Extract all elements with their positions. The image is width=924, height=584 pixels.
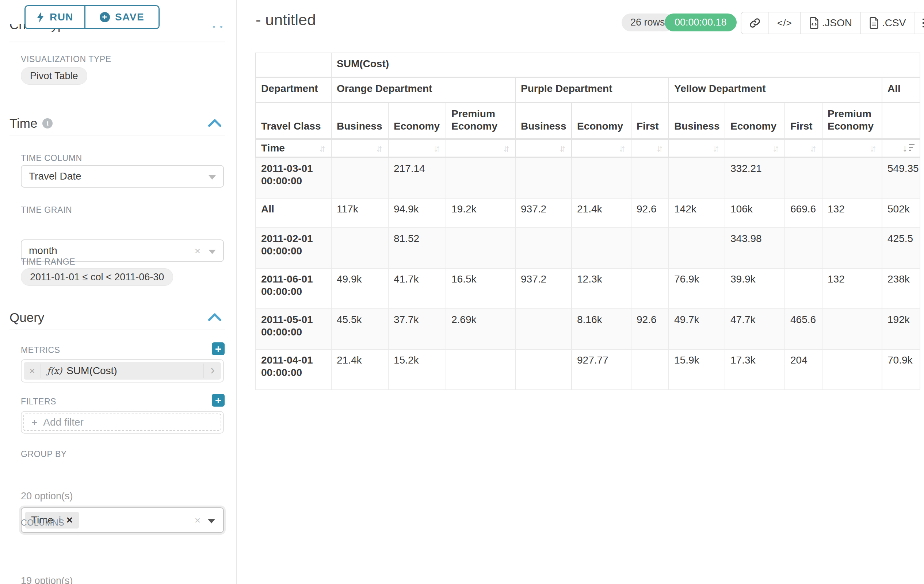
table-row: 2011-06-01 00:00:00 49.9k 41.7k 16.5k 93…: [256, 268, 920, 309]
pivot-table: SUM(Cost) Department Orange Department P…: [255, 53, 920, 390]
time-section-title: Time: [10, 116, 37, 131]
column-header: First: [785, 102, 822, 139]
collapse-chevron-icon[interactable]: [208, 119, 221, 127]
metric-chip[interactable]: × ƒ(x) SUM(Cost) ›: [24, 362, 221, 380]
cell: 204: [785, 349, 822, 390]
cell: 81.52: [388, 228, 446, 268]
time-column-select[interactable]: Travel Date: [21, 165, 224, 188]
run-save-button-group: RUN + SAVE: [25, 5, 160, 29]
remove-metric-icon[interactable]: ×: [24, 362, 41, 380]
cell: [572, 157, 631, 198]
time-axis-label: Time: [261, 142, 285, 155]
cell: [631, 268, 669, 309]
sort-cell: ↓↑: [631, 139, 669, 157]
cell: [631, 349, 669, 390]
cell: [631, 157, 669, 198]
cell: [669, 157, 725, 198]
cell: 19.2k: [446, 198, 515, 228]
sort-cell: ↓↑: [669, 139, 725, 157]
cell: [515, 228, 572, 268]
cell: [446, 157, 515, 198]
chart-type-collapse-chevron-tip: [220, 26, 223, 28]
column-header: First: [631, 102, 669, 139]
export-json-button[interactable]: .JSON: [800, 12, 860, 34]
sort-icon[interactable]: ↓↑: [503, 143, 510, 153]
run-button[interactable]: RUN: [26, 6, 86, 28]
columns-options-hint: 19 option(s): [21, 575, 73, 584]
export-csv-button[interactable]: .CSV: [860, 12, 914, 34]
cell: 549.35: [882, 157, 920, 198]
embed-code-button[interactable]: </>: [769, 12, 800, 34]
cell: 132: [822, 198, 882, 228]
add-filter-dropzone[interactable]: + Add filter: [23, 413, 221, 431]
copy-link-button[interactable]: [741, 12, 769, 34]
sort-row: Time ↓↑ ↓↑ ↓↑ ↓↑ ↓↑ ↓↑ ↓↑ ↓↑ ↓↑ ↓↑ ↓↑ ↓: [256, 139, 920, 157]
cell: 70.9k: [882, 349, 920, 390]
time-axis-cell: Time ↓↑: [256, 139, 331, 157]
cell: 12.3k: [572, 268, 631, 309]
sort-icon[interactable]: ↓↑: [319, 143, 326, 153]
sort-icon[interactable]: ↓↑: [870, 143, 876, 153]
chart-title[interactable]: - untitled: [256, 11, 316, 29]
cell: [515, 349, 572, 390]
sort-icon[interactable]: ↓↑: [434, 143, 441, 153]
row-label: 2011-03-01 00:00:00: [256, 157, 331, 198]
caret-down-icon[interactable]: [208, 519, 215, 523]
cell: 927.77: [572, 349, 631, 390]
cell: 92.6: [631, 198, 669, 228]
corner-cell: [256, 53, 331, 77]
file-code-icon: [809, 17, 819, 29]
cell: 94.9k: [388, 198, 446, 228]
caret-down-icon: [208, 250, 216, 254]
cell: [631, 228, 669, 268]
cell: 37.7k: [388, 309, 446, 349]
add-metric-button[interactable]: +: [212, 342, 224, 355]
save-button-label: SAVE: [115, 12, 144, 23]
chip-remove-icon[interactable]: ✕: [66, 515, 73, 525]
cell: [785, 268, 822, 309]
query-section-title: Query: [10, 310, 44, 325]
table-row: 2011-02-01 00:00:00 81.52 343.98 425.5: [256, 228, 920, 268]
sort-icon[interactable]: ↓↑: [772, 143, 779, 153]
info-icon[interactable]: i: [42, 118, 53, 128]
table-row: 2011-04-01 00:00:00 21.4k 15.2k 927.77 1…: [256, 349, 920, 390]
cell: 21.4k: [331, 349, 388, 390]
metric-header-row: SUM(Cost): [256, 53, 920, 77]
time-range-value[interactable]: 2011-01-01 ≤ col < 2011-06-30: [21, 268, 173, 286]
save-button[interactable]: + SAVE: [86, 6, 158, 28]
visualization-type-label: VISUALIZATION TYPE: [21, 54, 111, 64]
hamburger-menu-icon: [922, 19, 924, 27]
more-options-button[interactable]: [914, 12, 924, 34]
cell: [446, 228, 515, 268]
collapse-chevron-icon[interactable]: [208, 313, 221, 321]
cell: 238k: [882, 268, 920, 309]
clear-icon[interactable]: ×: [195, 515, 201, 526]
caret-down-icon: [208, 175, 216, 179]
cell: [822, 228, 882, 268]
plus-icon: +: [31, 416, 37, 428]
section-divider: [10, 330, 225, 330]
clear-icon[interactable]: ×: [195, 246, 201, 256]
expand-metric-icon[interactable]: ›: [204, 362, 221, 380]
add-filter-plus-button[interactable]: +: [212, 394, 224, 406]
sort-icon[interactable]: ↓↑: [656, 143, 663, 153]
department-header-row: Department Orange Department Purple Depa…: [256, 77, 920, 102]
cell: 332.21: [725, 157, 785, 198]
sort-descending-active-icon[interactable]: ↓: [903, 143, 914, 153]
table-row: All 117k 94.9k 19.2k 937.2 21.4k 92.6 14…: [256, 198, 920, 228]
plus-circle-icon: +: [100, 12, 110, 22]
visualization-type-value[interactable]: Pivot Table: [21, 67, 87, 85]
sort-icon[interactable]: ↓↑: [376, 143, 383, 153]
sort-icon[interactable]: ↓↑: [619, 143, 625, 153]
sort-icon[interactable]: ↓↑: [559, 143, 566, 153]
column-group-header: Purple Department: [515, 77, 669, 102]
sort-icon[interactable]: ↓↑: [713, 143, 719, 153]
sort-icon[interactable]: ↓↑: [810, 143, 817, 153]
column-header: Economy: [572, 102, 631, 139]
cell: [446, 349, 515, 390]
cell: 47.7k: [725, 309, 785, 349]
cell: 15.2k: [388, 349, 446, 390]
column-header: Economy: [725, 102, 785, 139]
row-label: 2011-02-01 00:00:00: [256, 228, 331, 268]
cell: 502k: [882, 198, 920, 228]
